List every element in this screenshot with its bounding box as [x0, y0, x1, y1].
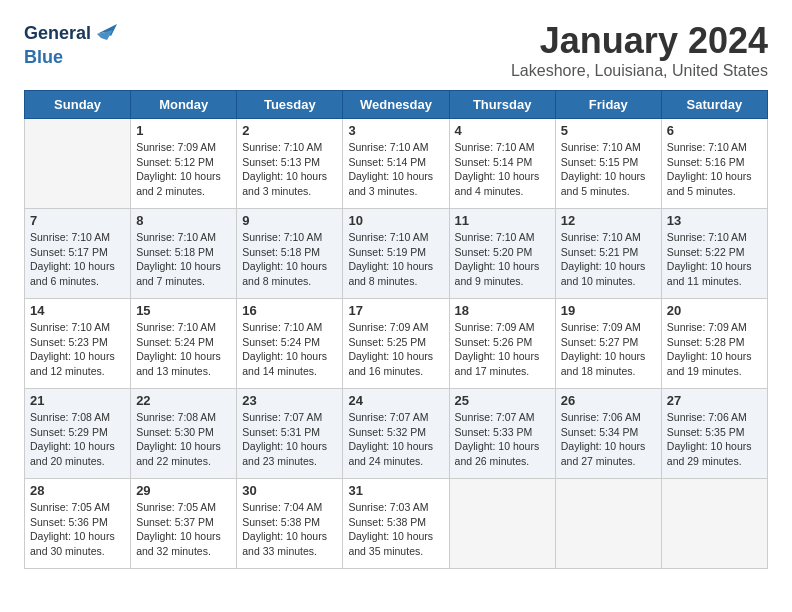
calendar-cell [555, 479, 661, 569]
day-number: 12 [561, 213, 656, 228]
day-info: Sunrise: 7:09 AM Sunset: 5:26 PM Dayligh… [455, 320, 550, 379]
day-number: 10 [348, 213, 443, 228]
calendar-cell [25, 119, 131, 209]
day-info: Sunrise: 7:09 AM Sunset: 5:25 PM Dayligh… [348, 320, 443, 379]
calendar-cell: 19Sunrise: 7:09 AM Sunset: 5:27 PM Dayli… [555, 299, 661, 389]
day-info: Sunrise: 7:10 AM Sunset: 5:22 PM Dayligh… [667, 230, 762, 289]
day-info: Sunrise: 7:06 AM Sunset: 5:34 PM Dayligh… [561, 410, 656, 469]
calendar-cell: 1Sunrise: 7:09 AM Sunset: 5:12 PM Daylig… [131, 119, 237, 209]
day-info: Sunrise: 7:10 AM Sunset: 5:18 PM Dayligh… [136, 230, 231, 289]
weekday-header-row: SundayMondayTuesdayWednesdayThursdayFrid… [25, 91, 768, 119]
day-info: Sunrise: 7:10 AM Sunset: 5:23 PM Dayligh… [30, 320, 125, 379]
day-info: Sunrise: 7:10 AM Sunset: 5:16 PM Dayligh… [667, 140, 762, 199]
weekday-header-wednesday: Wednesday [343, 91, 449, 119]
calendar-cell: 15Sunrise: 7:10 AM Sunset: 5:24 PM Dayli… [131, 299, 237, 389]
day-info: Sunrise: 7:10 AM Sunset: 5:14 PM Dayligh… [455, 140, 550, 199]
day-info: Sunrise: 7:09 AM Sunset: 5:28 PM Dayligh… [667, 320, 762, 379]
day-number: 5 [561, 123, 656, 138]
day-number: 21 [30, 393, 125, 408]
logo-text: General [24, 24, 91, 44]
day-info: Sunrise: 7:10 AM Sunset: 5:24 PM Dayligh… [242, 320, 337, 379]
calendar-cell: 17Sunrise: 7:09 AM Sunset: 5:25 PM Dayli… [343, 299, 449, 389]
day-number: 18 [455, 303, 550, 318]
calendar-cell: 6Sunrise: 7:10 AM Sunset: 5:16 PM Daylig… [661, 119, 767, 209]
calendar-cell: 31Sunrise: 7:03 AM Sunset: 5:38 PM Dayli… [343, 479, 449, 569]
calendar-cell: 3Sunrise: 7:10 AM Sunset: 5:14 PM Daylig… [343, 119, 449, 209]
day-number: 30 [242, 483, 337, 498]
logo: General Blue [24, 20, 117, 68]
calendar-cell: 8Sunrise: 7:10 AM Sunset: 5:18 PM Daylig… [131, 209, 237, 299]
weekday-header-saturday: Saturday [661, 91, 767, 119]
calendar-cell: 29Sunrise: 7:05 AM Sunset: 5:37 PM Dayli… [131, 479, 237, 569]
day-number: 6 [667, 123, 762, 138]
day-number: 15 [136, 303, 231, 318]
title-area: January 2024 Lakeshore, Louisiana, Unite… [511, 20, 768, 80]
calendar-cell: 16Sunrise: 7:10 AM Sunset: 5:24 PM Dayli… [237, 299, 343, 389]
day-info: Sunrise: 7:07 AM Sunset: 5:32 PM Dayligh… [348, 410, 443, 469]
day-info: Sunrise: 7:10 AM Sunset: 5:14 PM Dayligh… [348, 140, 443, 199]
calendar-cell: 26Sunrise: 7:06 AM Sunset: 5:34 PM Dayli… [555, 389, 661, 479]
day-info: Sunrise: 7:08 AM Sunset: 5:30 PM Dayligh… [136, 410, 231, 469]
calendar-cell: 11Sunrise: 7:10 AM Sunset: 5:20 PM Dayli… [449, 209, 555, 299]
calendar-week-row: 21Sunrise: 7:08 AM Sunset: 5:29 PM Dayli… [25, 389, 768, 479]
day-info: Sunrise: 7:10 AM Sunset: 5:15 PM Dayligh… [561, 140, 656, 199]
calendar-cell: 5Sunrise: 7:10 AM Sunset: 5:15 PM Daylig… [555, 119, 661, 209]
calendar-cell: 13Sunrise: 7:10 AM Sunset: 5:22 PM Dayli… [661, 209, 767, 299]
day-info: Sunrise: 7:04 AM Sunset: 5:38 PM Dayligh… [242, 500, 337, 559]
day-info: Sunrise: 7:10 AM Sunset: 5:24 PM Dayligh… [136, 320, 231, 379]
logo-bird-icon [93, 20, 117, 48]
weekday-header-friday: Friday [555, 91, 661, 119]
day-info: Sunrise: 7:10 AM Sunset: 5:21 PM Dayligh… [561, 230, 656, 289]
day-info: Sunrise: 7:06 AM Sunset: 5:35 PM Dayligh… [667, 410, 762, 469]
day-number: 22 [136, 393, 231, 408]
day-info: Sunrise: 7:07 AM Sunset: 5:33 PM Dayligh… [455, 410, 550, 469]
day-number: 9 [242, 213, 337, 228]
calendar-cell: 9Sunrise: 7:10 AM Sunset: 5:18 PM Daylig… [237, 209, 343, 299]
calendar-cell: 12Sunrise: 7:10 AM Sunset: 5:21 PM Dayli… [555, 209, 661, 299]
day-number: 3 [348, 123, 443, 138]
day-number: 24 [348, 393, 443, 408]
day-number: 13 [667, 213, 762, 228]
calendar-cell: 14Sunrise: 7:10 AM Sunset: 5:23 PM Dayli… [25, 299, 131, 389]
calendar-cell: 18Sunrise: 7:09 AM Sunset: 5:26 PM Dayli… [449, 299, 555, 389]
calendar-week-row: 7Sunrise: 7:10 AM Sunset: 5:17 PM Daylig… [25, 209, 768, 299]
calendar-cell: 24Sunrise: 7:07 AM Sunset: 5:32 PM Dayli… [343, 389, 449, 479]
day-info: Sunrise: 7:08 AM Sunset: 5:29 PM Dayligh… [30, 410, 125, 469]
weekday-header-sunday: Sunday [25, 91, 131, 119]
calendar-cell: 28Sunrise: 7:05 AM Sunset: 5:36 PM Dayli… [25, 479, 131, 569]
day-info: Sunrise: 7:10 AM Sunset: 5:20 PM Dayligh… [455, 230, 550, 289]
logo-blue-text: Blue [24, 48, 117, 68]
day-number: 26 [561, 393, 656, 408]
calendar-cell: 2Sunrise: 7:10 AM Sunset: 5:13 PM Daylig… [237, 119, 343, 209]
day-info: Sunrise: 7:10 AM Sunset: 5:19 PM Dayligh… [348, 230, 443, 289]
day-number: 2 [242, 123, 337, 138]
weekday-header-tuesday: Tuesday [237, 91, 343, 119]
header: General Blue January 2024 Lakeshore, Lou… [24, 20, 768, 80]
calendar-title: January 2024 [511, 20, 768, 62]
calendar-cell: 27Sunrise: 7:06 AM Sunset: 5:35 PM Dayli… [661, 389, 767, 479]
calendar-week-row: 14Sunrise: 7:10 AM Sunset: 5:23 PM Dayli… [25, 299, 768, 389]
calendar-cell [661, 479, 767, 569]
calendar-cell: 21Sunrise: 7:08 AM Sunset: 5:29 PM Dayli… [25, 389, 131, 479]
day-number: 8 [136, 213, 231, 228]
day-number: 25 [455, 393, 550, 408]
day-number: 16 [242, 303, 337, 318]
day-info: Sunrise: 7:05 AM Sunset: 5:36 PM Dayligh… [30, 500, 125, 559]
calendar-cell: 25Sunrise: 7:07 AM Sunset: 5:33 PM Dayli… [449, 389, 555, 479]
day-number: 19 [561, 303, 656, 318]
day-number: 1 [136, 123, 231, 138]
calendar-cell: 22Sunrise: 7:08 AM Sunset: 5:30 PM Dayli… [131, 389, 237, 479]
day-number: 4 [455, 123, 550, 138]
calendar-cell [449, 479, 555, 569]
day-info: Sunrise: 7:05 AM Sunset: 5:37 PM Dayligh… [136, 500, 231, 559]
day-info: Sunrise: 7:07 AM Sunset: 5:31 PM Dayligh… [242, 410, 337, 469]
weekday-header-thursday: Thursday [449, 91, 555, 119]
calendar-cell: 10Sunrise: 7:10 AM Sunset: 5:19 PM Dayli… [343, 209, 449, 299]
day-number: 20 [667, 303, 762, 318]
calendar-week-row: 28Sunrise: 7:05 AM Sunset: 5:36 PM Dayli… [25, 479, 768, 569]
calendar-cell: 30Sunrise: 7:04 AM Sunset: 5:38 PM Dayli… [237, 479, 343, 569]
day-info: Sunrise: 7:03 AM Sunset: 5:38 PM Dayligh… [348, 500, 443, 559]
day-number: 7 [30, 213, 125, 228]
day-number: 28 [30, 483, 125, 498]
day-number: 14 [30, 303, 125, 318]
